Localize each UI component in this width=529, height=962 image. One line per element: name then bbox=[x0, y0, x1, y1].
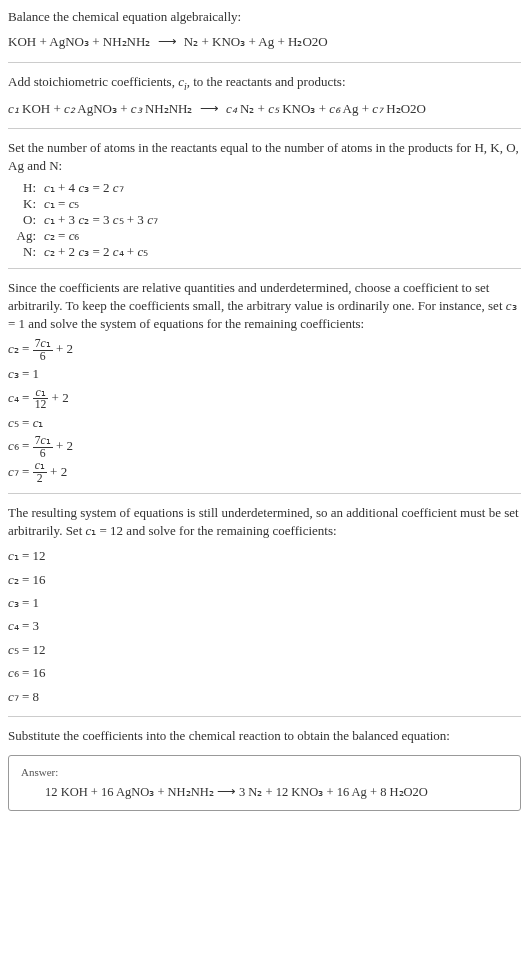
final-c5: c₅ = 12 bbox=[8, 638, 521, 661]
atom-row-n: N: c₂ + 2 c₃ = 2 c₄ + c₅ bbox=[8, 244, 521, 260]
step3-title: Set the number of atoms in the reactants… bbox=[8, 139, 521, 175]
atom-row-k: K: c₁ = c₅ bbox=[8, 196, 521, 212]
atom-row-o: O: c₁ + 3 c₂ = 3 c₅ + 3 c₇ bbox=[8, 212, 521, 228]
answer-label: Answer: bbox=[21, 766, 508, 778]
coef-c7: c₇ = c₁2 + 2 bbox=[8, 460, 521, 485]
atom-row-h: H: c₁ + 4 c₃ = 2 c₇ bbox=[8, 180, 521, 196]
final-c7: c₇ = 8 bbox=[8, 685, 521, 708]
step5-coefficients: c₁ = 12 c₂ = 16 c₃ = 1 c₄ = 3 c₅ = 12 c₆… bbox=[8, 544, 521, 708]
coef-c3: c₃ = 1 bbox=[8, 362, 521, 385]
step-solve-c1: The resulting system of equations is sti… bbox=[8, 504, 521, 717]
final-c3: c₃ = 1 bbox=[8, 591, 521, 614]
step2-title: Add stoichiometric coefficients, ci, to … bbox=[8, 73, 521, 93]
answer-equation: 12 KOH + 16 AgNO₃ + NH₂NH₂ ⟶ 3 N₂ + 12 K… bbox=[21, 784, 508, 800]
step6-title: Substitute the coefficients into the che… bbox=[8, 727, 521, 745]
atom-equations: H: c₁ + 4 c₃ = 2 c₇ K: c₁ = c₅ O: c₁ + 3… bbox=[8, 180, 521, 260]
step4-coefficients: c₂ = 7c₁6 + 2 c₃ = 1 c₄ = c₁12 + 2 c₅ = … bbox=[8, 337, 521, 485]
step-atom-balance: Set the number of atoms in the reactants… bbox=[8, 139, 521, 268]
final-c2: c₂ = 16 bbox=[8, 568, 521, 591]
coef-c6: c₆ = 7c₁6 + 2 bbox=[8, 434, 521, 459]
final-c6: c₆ = 16 bbox=[8, 661, 521, 684]
final-c4: c₄ = 3 bbox=[8, 614, 521, 637]
final-c1: c₁ = 12 bbox=[8, 544, 521, 567]
step2-equation: c₁ KOH + c₂ AgNO₃ + c₃ NH₂NH₂ ⟶ c₄ N₂ + … bbox=[8, 97, 521, 120]
step-coefficients: Add stoichiometric coefficients, ci, to … bbox=[8, 73, 521, 130]
step-balance: Balance the chemical equation algebraica… bbox=[8, 8, 521, 63]
step5-title: The resulting system of equations is sti… bbox=[8, 504, 521, 540]
atom-row-ag: Ag: c₂ = c₆ bbox=[8, 228, 521, 244]
step-substitute: Substitute the coefficients into the che… bbox=[8, 727, 521, 745]
step1-title: Balance the chemical equation algebraica… bbox=[8, 8, 521, 26]
coef-c5: c₅ = c₁ bbox=[8, 411, 521, 434]
step1-equation: KOH + AgNO₃ + NH₂NH₂ ⟶ N₂ + KNO₃ + Ag + … bbox=[8, 30, 521, 53]
step-solve-c3: Since the coefficients are relative quan… bbox=[8, 279, 521, 494]
step4-title: Since the coefficients are relative quan… bbox=[8, 279, 521, 334]
coef-c2: c₂ = 7c₁6 + 2 bbox=[8, 337, 521, 362]
coef-c4: c₄ = c₁12 + 2 bbox=[8, 386, 521, 411]
answer-box: Answer: 12 KOH + 16 AgNO₃ + NH₂NH₂ ⟶ 3 N… bbox=[8, 755, 521, 811]
